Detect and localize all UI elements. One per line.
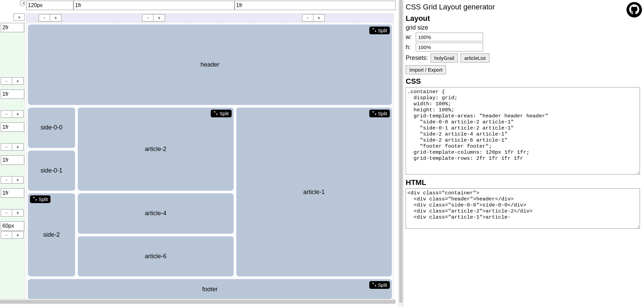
height-label: h: xyxy=(406,44,414,51)
row-0-remove-button[interactable]: - xyxy=(1,77,12,85)
row-2-remove-button[interactable]: - xyxy=(1,143,12,151)
html-output[interactable] xyxy=(406,188,640,229)
side-panel: CSS Grid Layout generator Layout grid si… xyxy=(404,0,644,307)
area-article-6[interactable]: article-6 xyxy=(78,236,234,277)
col-size-input-2[interactable] xyxy=(235,1,396,10)
github-icon xyxy=(629,4,639,15)
row-0-add-button[interactable]: + xyxy=(12,77,24,85)
row-1-add-button[interactable]: + xyxy=(12,110,24,118)
preset-articlelist-button[interactable]: articleList xyxy=(461,53,489,63)
height-input[interactable] xyxy=(416,43,483,51)
horizontal-scrollbar[interactable] xyxy=(0,299,396,304)
split-button-article-2[interactable]: Split xyxy=(211,110,231,117)
split-label: Split xyxy=(219,111,229,116)
row-size-input-5[interactable] xyxy=(1,221,24,231)
html-heading: HTML xyxy=(406,178,640,187)
split-icon xyxy=(33,196,37,202)
area-side-0-1[interactable]: side-0-1 xyxy=(28,151,75,191)
area-side-2[interactable]: side-2 Split xyxy=(28,193,75,276)
area-side-0-0-label: side-0-0 xyxy=(40,124,62,131)
css-heading: CSS xyxy=(406,77,640,86)
col-size-input-1[interactable] xyxy=(73,1,235,10)
grid-canvas[interactable]: header Split side-0-0 side-0-1 side-2 xyxy=(26,23,394,301)
split-label: Split xyxy=(378,282,387,288)
col-1-add-button[interactable]: + xyxy=(154,14,165,22)
grid-editor: + - + - + - + xyxy=(0,0,398,307)
column-pm-row: - + - + - + xyxy=(26,13,394,22)
split-icon xyxy=(372,28,377,33)
split-icon xyxy=(372,282,377,288)
area-footer[interactable]: footer Split xyxy=(28,279,392,299)
col-2-remove-button[interactable]: - xyxy=(302,14,313,22)
row-2-add-button[interactable]: + xyxy=(12,143,24,151)
row-3-remove-button[interactable]: - xyxy=(1,176,12,184)
github-link[interactable] xyxy=(626,2,642,17)
col-0-add-button[interactable]: + xyxy=(50,14,62,22)
split-button-side-2[interactable]: Split xyxy=(30,195,50,203)
import-export-button[interactable]: Import / Export xyxy=(406,65,446,74)
add-row-col-button[interactable]: + xyxy=(20,1,25,5)
area-article-4-label: article-4 xyxy=(145,210,166,217)
area-article-1-label: article-1 xyxy=(303,189,325,196)
row-1-remove-button[interactable]: - xyxy=(1,110,12,118)
vertical-scrollbar[interactable] xyxy=(398,0,404,307)
area-article-6-label: article-6 xyxy=(145,253,166,260)
area-footer-label: footer xyxy=(202,286,217,293)
width-label: w: xyxy=(406,34,414,41)
split-button-article-1[interactable]: Split xyxy=(369,110,390,117)
width-input[interactable] xyxy=(416,33,483,41)
area-side-0-0[interactable]: side-0-0 xyxy=(28,108,75,148)
area-header[interactable]: header Split xyxy=(28,25,392,105)
split-button-footer[interactable]: Split xyxy=(369,281,390,289)
split-label: Split xyxy=(378,28,387,33)
area-article-2-label: article-2 xyxy=(145,146,166,153)
row-size-input-2[interactable] xyxy=(1,122,24,132)
col-2-add-button[interactable]: + xyxy=(313,14,325,22)
split-label: Split xyxy=(378,111,387,116)
column-size-row xyxy=(26,1,396,11)
row-5-add-button[interactable]: + xyxy=(12,231,24,239)
row-4-remove-button[interactable]: - xyxy=(1,209,12,217)
row-size-input-4[interactable] xyxy=(1,188,24,198)
presets-label: Presets: xyxy=(406,54,428,62)
col-1-remove-button[interactable]: - xyxy=(142,14,154,22)
col-0-remove-button[interactable]: - xyxy=(39,14,50,22)
area-side-0-1-label: side-0-1 xyxy=(40,167,62,174)
area-article-2[interactable]: article-2 Split xyxy=(78,108,234,191)
area-article-4[interactable]: article-4 xyxy=(78,193,234,234)
split-label: Split xyxy=(39,197,48,202)
row-3-add-button[interactable]: + xyxy=(12,176,24,184)
layout-heading: Layout xyxy=(406,14,640,23)
css-output[interactable] xyxy=(406,87,640,175)
row-size-input-0[interactable] xyxy=(1,23,24,32)
grid-size-label: grid size xyxy=(406,24,640,31)
split-icon xyxy=(213,111,218,116)
split-icon xyxy=(372,111,377,116)
area-article-1[interactable]: article-1 Split xyxy=(236,108,392,276)
row-size-input-3[interactable] xyxy=(1,155,24,165)
row-5-remove-button[interactable]: - xyxy=(1,231,12,239)
preset-holygrail-button[interactable]: holyGrail xyxy=(431,53,458,63)
col-size-input-0[interactable] xyxy=(26,1,73,10)
area-header-label: header xyxy=(200,61,219,68)
row-add-top-button[interactable]: + xyxy=(13,13,25,21)
split-button-header[interactable]: Split xyxy=(369,27,390,34)
page-title: CSS Grid Layout generator xyxy=(406,3,640,11)
row-size-input-1[interactable] xyxy=(1,89,24,99)
area-side-2-label: side-2 xyxy=(43,231,60,238)
row-4-add-button[interactable]: + xyxy=(12,209,24,217)
